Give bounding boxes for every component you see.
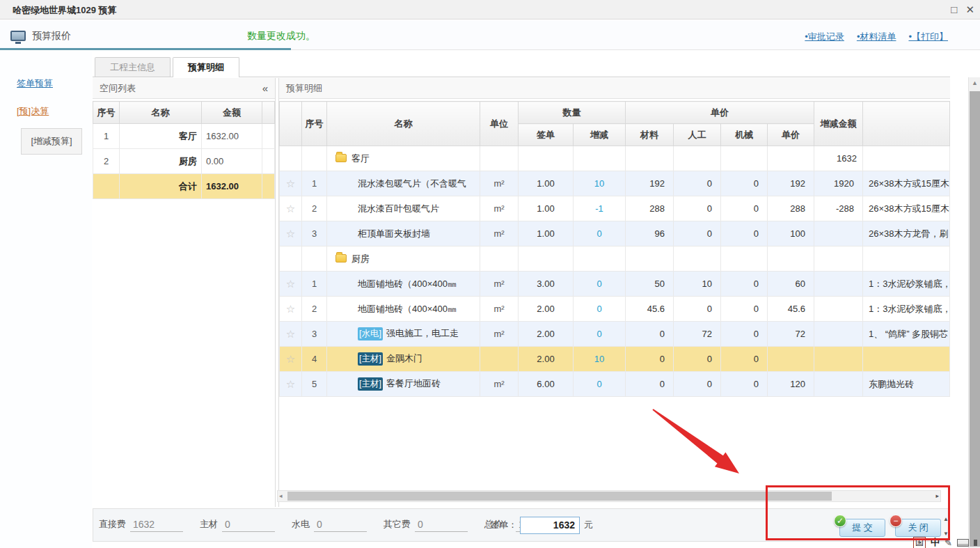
sidebar-item-1[interactable]: [预]决算: [17, 105, 49, 118]
vertical-scrollbar-thumb[interactable]: [970, 91, 980, 547]
cell-qty-sign[interactable]: 6.00: [519, 372, 574, 397]
toolbar-link-1[interactable]: •材料清单: [857, 31, 896, 43]
group-row[interactable]: 客厅1632: [280, 146, 950, 171]
detail-row[interactable]: ☆5[主材]客餐厅地面砖m²6.000000120东鹏抛光砖: [280, 372, 950, 397]
cell-qty-change[interactable]: -1: [574, 196, 626, 221]
collapse-panel-icon[interactable]: «: [262, 78, 268, 99]
cell-qty-change[interactable]: 0: [574, 322, 626, 347]
footer-field-label: 主材: [200, 518, 218, 532]
cell-material: 0: [626, 347, 674, 372]
cell-qty-change[interactable]: 0: [574, 221, 626, 246]
detail-table: 序号 名称 单位 数量 单价 增减金额 签单 增减 材料 人工 机械 单价 客: [279, 101, 950, 397]
cell-labor: 0: [674, 347, 721, 372]
detail-row[interactable]: ☆2地面铺地砖（400×400㎜m²2.00045.60045.61：3水泥砂浆…: [280, 297, 950, 322]
cell-price: 192: [768, 171, 814, 196]
space-filler: [262, 149, 275, 174]
detail-row[interactable]: ☆3柜顶单面夹板封墙m²1.000960010026×38木方龙骨，刷: [280, 221, 950, 246]
toolbar-link-0[interactable]: •审批记录: [805, 31, 844, 43]
mini-scroll-up-icon[interactable]: ▲: [943, 516, 951, 522]
cell-qty-change[interactable]: 0: [574, 297, 626, 322]
detail-col-star: [280, 102, 302, 146]
ime-pen-icon[interactable]: ✎: [945, 538, 952, 548]
footer-field-label: 其它费: [384, 518, 411, 532]
star-icon[interactable]: ☆: [286, 278, 295, 290]
cell-empty: [626, 246, 674, 272]
cell-qty-change[interactable]: 10: [574, 347, 626, 372]
detail-col-price-group: 单价: [626, 102, 814, 124]
ime-language-label[interactable]: 中: [931, 536, 940, 548]
star-icon[interactable]: ☆: [286, 353, 295, 365]
tab-1[interactable]: 预算明细: [173, 57, 239, 77]
cell-star: ☆: [280, 322, 302, 347]
detail-row[interactable]: ☆2混水漆百叶包暖气片m²1.00-128800288-28826×38木方或1…: [280, 196, 950, 221]
cell-price: 100: [768, 221, 814, 246]
space-row[interactable]: 2厨房0.00: [93, 149, 275, 174]
cell-labor: 10: [674, 272, 721, 297]
cell-empty: [768, 246, 814, 272]
cell-material: 0: [626, 322, 674, 347]
star-icon[interactable]: ☆: [286, 203, 295, 214]
cell-labor: 0: [674, 171, 721, 196]
close-button[interactable]: − 关 闭: [895, 519, 941, 537]
tabbar: 工程主信息预算明细: [95, 57, 242, 77]
scroll-up-icon[interactable]: ▲: [972, 79, 978, 86]
ime-country-icon[interactable]: 国: [913, 537, 926, 548]
cell-qty-change[interactable]: 10: [574, 171, 626, 196]
cell-qty-sign[interactable]: 2.00: [519, 297, 574, 322]
cell-empty: [574, 146, 626, 171]
star-icon[interactable]: ☆: [286, 228, 295, 240]
close-button-label: 关 闭: [908, 522, 928, 533]
detail-row[interactable]: ☆3[水电]强电施工，电工走m²2.0000720721、 “鸽牌” 多股铜芯: [280, 322, 950, 347]
detail-row[interactable]: ☆4[主材]金隅木门2.0010000: [280, 347, 950, 372]
cell-qty-sign[interactable]: 3.00: [519, 272, 574, 297]
space-col-spacer: [262, 102, 275, 124]
cell-unit: m²: [480, 372, 519, 397]
check-icon: ✓: [834, 515, 846, 527]
sign-amount-input[interactable]: [520, 517, 580, 534]
footer-field-3: 其它费0: [384, 518, 468, 532]
star-icon[interactable]: ☆: [286, 303, 295, 315]
cell-seq: [302, 246, 327, 272]
cell-material: 45.6: [626, 297, 674, 322]
horizontal-scrollbar-thumb[interactable]: [287, 492, 832, 501]
cell-star: ☆: [280, 372, 302, 397]
detail-panel-header: 预算明细: [279, 78, 950, 99]
star-icon[interactable]: ☆: [286, 328, 295, 340]
group-row[interactable]: 厨房: [280, 246, 950, 272]
cell-change-amount: [814, 272, 863, 297]
star-icon[interactable]: ☆: [286, 378, 295, 390]
cell-machine: 0: [721, 196, 768, 221]
cell-qty-sign[interactable]: 2.00: [519, 322, 574, 347]
tab-0[interactable]: 工程主信息: [95, 57, 171, 77]
vertical-scrollbar[interactable]: ▲: [968, 77, 980, 548]
sidebar-item-0[interactable]: 签单预算: [17, 77, 53, 90]
cell-seq: 1: [302, 171, 327, 196]
cell-qty-change[interactable]: 0: [574, 372, 626, 397]
star-icon[interactable]: ☆: [286, 178, 295, 189]
app-label: 预算报价: [32, 30, 71, 42]
ime-keyboard-icon[interactable]: [957, 539, 969, 547]
scroll-right-icon[interactable]: ▸: [935, 492, 939, 499]
cell-seq: 3: [302, 221, 327, 246]
group-name-cell: 客厅: [327, 146, 480, 171]
submit-button[interactable]: ✓ 提 交: [839, 519, 885, 537]
horizontal-scrollbar[interactable]: ◂ ▸: [277, 490, 941, 502]
scroll-left-icon[interactable]: ◂: [279, 492, 283, 499]
cell-qty-change[interactable]: 0: [574, 272, 626, 297]
cell-qty-sign[interactable]: 1.00: [519, 171, 574, 196]
space-row[interactable]: 1客厅1632.00: [93, 124, 275, 149]
cell-qty-sign[interactable]: 2.00: [519, 347, 574, 372]
sidebar-item-2[interactable]: [增减预算]: [21, 128, 82, 155]
item-name: 混水漆百叶包暖气片: [358, 203, 439, 214]
cell-labor: 72: [674, 322, 721, 347]
currency-unit-label: 元: [584, 519, 593, 531]
close-icon[interactable]: ✕: [965, 3, 974, 17]
cell-qty-sign[interactable]: 1.00: [519, 221, 574, 246]
maximize-icon[interactable]: □: [951, 3, 957, 17]
detail-row[interactable]: ☆1混水漆包暖气片（不含暖气m²1.001019200192192026×38木…: [280, 171, 950, 196]
cell-qty-sign[interactable]: 1.00: [519, 196, 574, 221]
detail-row[interactable]: ☆1地面铺地砖（400×400㎜m²3.00050100601：3水泥砂浆铺底，: [280, 272, 950, 297]
toolbar-link-2[interactable]: •【打印】: [908, 31, 948, 43]
mini-vertical-scrollbar[interactable]: ▲ ▼: [943, 516, 951, 537]
ime-handle-icon[interactable]: [974, 540, 977, 546]
